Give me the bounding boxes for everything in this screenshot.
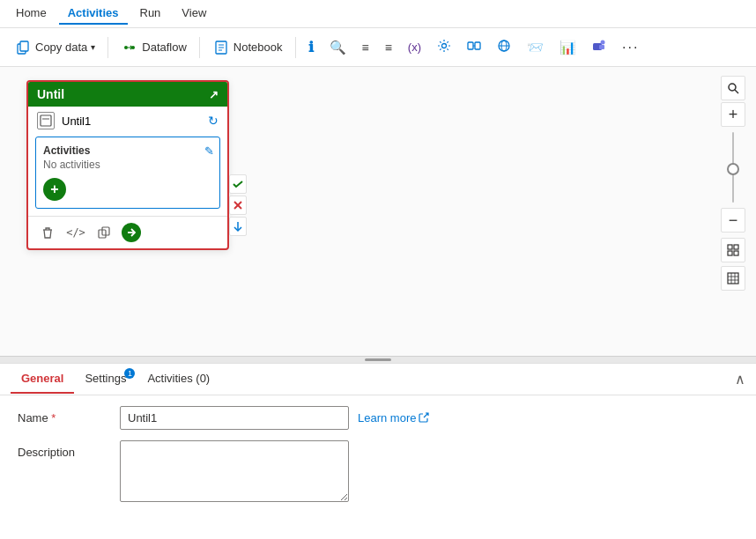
name-input[interactable] bbox=[120, 406, 349, 430]
canvas-area: Until ↗ Until1 ↻ Activities No activitie… bbox=[0, 67, 756, 356]
toolbar: Copy data ▾ Dataflow Notebook ℹ 🔍 ≡ ≡ (x… bbox=[0, 28, 756, 67]
copy-data-button[interactable]: Copy data ▾ bbox=[7, 35, 102, 60]
zoom-out-button[interactable]: − bbox=[721, 208, 745, 233]
chart-icon: 📊 bbox=[560, 40, 576, 55]
svg-rect-17 bbox=[599, 45, 604, 49]
svg-rect-31 bbox=[734, 251, 738, 255]
svg-rect-29 bbox=[734, 245, 738, 249]
copy-data-label: Copy data bbox=[35, 41, 87, 54]
separator-1 bbox=[107, 37, 108, 58]
zoom-slider[interactable] bbox=[732, 132, 734, 203]
svg-point-16 bbox=[601, 41, 605, 45]
complete-path-button[interactable] bbox=[229, 217, 247, 236]
collapse-indicator bbox=[365, 358, 391, 361]
side-action-buttons bbox=[229, 174, 247, 236]
until-bottom-actions: </> bbox=[28, 216, 227, 248]
delete-button[interactable] bbox=[37, 222, 58, 243]
globe-button[interactable] bbox=[490, 35, 518, 59]
description-row: Description bbox=[18, 440, 738, 502]
list-view-button[interactable]: ≡ bbox=[355, 37, 376, 58]
no-activities-text: No activities bbox=[43, 159, 212, 171]
activities-inner-label: Activities bbox=[43, 144, 212, 157]
until-activity-icon bbox=[37, 112, 55, 129]
separator-2 bbox=[199, 37, 200, 58]
until-title: Until bbox=[37, 87, 64, 101]
external-link-icon bbox=[419, 412, 429, 425]
dataflow-label: Dataflow bbox=[142, 41, 187, 54]
menu-view[interactable]: View bbox=[173, 3, 215, 25]
tabs-row: General Settings 1 Activities (0) ∧ bbox=[0, 364, 756, 395]
copy-data-icon bbox=[14, 39, 32, 56]
teams-icon bbox=[592, 39, 606, 55]
notebook-icon bbox=[212, 39, 230, 56]
send-icon: 📨 bbox=[527, 40, 544, 55]
list-view-icon: ≡ bbox=[362, 41, 369, 55]
info-icon: ℹ bbox=[308, 39, 314, 55]
navigate-button[interactable] bbox=[122, 223, 141, 242]
name-label: Name bbox=[18, 406, 106, 425]
settings-icon bbox=[437, 39, 451, 55]
collapse-panel-button[interactable]: ∧ bbox=[735, 371, 745, 388]
canvas-search-button[interactable] bbox=[721, 76, 745, 100]
until-header: Until ↗ bbox=[28, 82, 227, 107]
search-icon: 🔍 bbox=[330, 40, 346, 55]
svg-rect-32 bbox=[728, 273, 738, 284]
pipeline-button[interactable] bbox=[460, 35, 488, 59]
name-row: Name Learn more bbox=[18, 406, 738, 430]
learn-more-link[interactable]: Learn more bbox=[358, 411, 429, 425]
more-button[interactable]: ··· bbox=[615, 36, 646, 59]
until-title-row: Until1 ↻ bbox=[28, 107, 227, 133]
description-label: Description bbox=[18, 440, 106, 459]
redo-icon[interactable]: ↻ bbox=[208, 114, 219, 128]
info-button[interactable]: ℹ bbox=[301, 35, 321, 59]
copy-data-chevron: ▾ bbox=[91, 42, 95, 52]
name-input-group: Learn more bbox=[120, 406, 429, 430]
svg-rect-10 bbox=[475, 42, 480, 49]
menu-activities[interactable]: Activities bbox=[59, 3, 128, 25]
variable-icon: (x) bbox=[408, 41, 421, 54]
tab-settings[interactable]: Settings 1 bbox=[74, 365, 137, 394]
expand-icon[interactable]: ↗ bbox=[209, 88, 219, 101]
pipeline-icon bbox=[467, 39, 481, 55]
detail-view-button[interactable]: ≡ bbox=[378, 37, 399, 58]
description-input[interactable] bbox=[120, 440, 349, 502]
until-header-icons: ↗ bbox=[209, 88, 219, 101]
menu-home[interactable]: Home bbox=[7, 3, 56, 25]
svg-point-2 bbox=[124, 46, 128, 49]
zoom-thumb[interactable] bbox=[727, 163, 739, 175]
fit-view-button[interactable] bbox=[721, 238, 745, 262]
more-icon: ··· bbox=[622, 40, 639, 55]
settings-button[interactable] bbox=[430, 35, 458, 59]
settings-badge: 1 bbox=[124, 368, 135, 379]
teams-button[interactable] bbox=[585, 35, 613, 59]
menu-run[interactable]: Run bbox=[131, 3, 170, 25]
collapse-bar[interactable] bbox=[0, 356, 756, 363]
search-button[interactable]: 🔍 bbox=[322, 36, 353, 59]
edit-pencil-icon[interactable]: ✎ bbox=[204, 144, 214, 158]
menu-bar: Home Activities Run View bbox=[0, 0, 756, 28]
detail-view-icon: ≡ bbox=[385, 41, 392, 55]
svg-line-27 bbox=[735, 90, 738, 93]
add-activity-button[interactable]: + bbox=[43, 178, 66, 201]
notebook-button[interactable]: Notebook bbox=[205, 35, 290, 60]
until-card: Until ↗ Until1 ↻ Activities No activitie… bbox=[26, 80, 229, 250]
failure-path-button[interactable] bbox=[229, 196, 247, 215]
tab-activities[interactable]: Activities (0) bbox=[137, 365, 220, 394]
form-area: Name Learn more Description bbox=[0, 395, 756, 539]
tab-general[interactable]: General bbox=[11, 365, 74, 394]
grid-view-button[interactable] bbox=[721, 266, 745, 291]
send-button[interactable]: 📨 bbox=[520, 36, 551, 59]
until-inner-container: Activities No activities + ✎ bbox=[35, 137, 220, 209]
variable-button[interactable]: (x) bbox=[401, 37, 428, 57]
svg-rect-1 bbox=[20, 41, 28, 51]
svg-rect-9 bbox=[468, 42, 473, 49]
svg-point-26 bbox=[729, 84, 736, 91]
dataflow-button[interactable]: Dataflow bbox=[114, 35, 194, 60]
success-path-button[interactable] bbox=[229, 174, 247, 194]
zoom-in-button[interactable]: + bbox=[721, 102, 745, 127]
copy-button[interactable] bbox=[93, 222, 115, 243]
chart-button[interactable]: 📊 bbox=[552, 36, 583, 59]
notebook-label: Notebook bbox=[233, 41, 283, 54]
code-button[interactable]: </> bbox=[65, 222, 86, 243]
globe-icon bbox=[497, 39, 511, 55]
